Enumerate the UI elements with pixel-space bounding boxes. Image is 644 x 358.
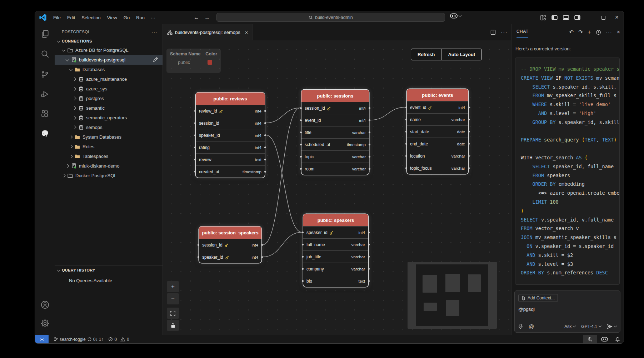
source-control-icon[interactable] <box>35 64 55 84</box>
edit-pencil-icon[interactable] <box>153 57 158 62</box>
tree-item-semops[interactable]: semops <box>55 123 163 132</box>
redo-icon[interactable]: ↷ <box>578 29 583 35</box>
undo-icon[interactable]: ↶ <box>569 29 574 35</box>
erd-column-session_id[interactable]: session_idint4 <box>301 102 369 114</box>
postgresql-extension-icon[interactable] <box>35 124 55 144</box>
zoom-out-button[interactable]: − <box>167 293 179 304</box>
tree-item-databases[interactable]: Databases <box>55 65 163 74</box>
erd-column-speaker_id[interactable]: speaker_idint4 <box>196 129 265 141</box>
erd-column-event_id[interactable]: event_idint4 <box>407 101 468 113</box>
split-editor-icon[interactable] <box>490 30 496 35</box>
erd-column-full_name[interactable]: full_namevarchar <box>303 238 368 250</box>
mode-dropdown[interactable]: Ask <box>564 324 575 329</box>
erd-column-review_id[interactable]: review_idint4 <box>196 105 265 117</box>
tree-item-mluk-diskann-demo[interactable]: mluk-diskann-demo <box>55 161 163 171</box>
toggle-secondary-sidebar-icon[interactable] <box>571 11 583 24</box>
minimap[interactable] <box>408 262 497 329</box>
close-button[interactable]: × <box>610 11 624 24</box>
copilot-menu[interactable] <box>450 13 461 19</box>
chat-more-icon[interactable]: ··· <box>606 29 612 35</box>
tree-item-system-databases[interactable]: System Databases <box>55 132 163 142</box>
menu-view[interactable]: View <box>104 14 120 21</box>
query-history-header[interactable]: QUERY HISTORY <box>55 266 163 274</box>
erd-table-reviews[interactable]: public: reviewsreview_idint4session_idin… <box>196 93 265 178</box>
tab-schema-designer[interactable]: buildevents-postgresql: semops × <box>163 24 253 40</box>
erd-table-session_speakers[interactable]: public: session_speakerssession_idint4sp… <box>199 227 261 263</box>
erd-column-speaker_id[interactable]: speaker_idint4 <box>303 226 368 238</box>
menu-selection[interactable]: Selection <box>78 14 104 21</box>
tree-item-semantic[interactable]: semantic <box>55 103 163 113</box>
more-actions-icon[interactable]: ··· <box>501 29 508 35</box>
chat-input-value[interactable]: @pgsql <box>518 307 616 312</box>
erd-column-job_title[interactable]: job_titlevarchar <box>303 250 368 263</box>
erd-column-location[interactable]: locationvarchar <box>407 150 468 162</box>
erd-column-scheduled_at[interactable]: scheduled_attimestamp <box>301 138 369 150</box>
tree-item-roles[interactable]: Roles <box>55 142 163 151</box>
menu-overflow-button[interactable]: ··· <box>148 14 158 21</box>
mention-icon[interactable]: @ <box>529 323 534 329</box>
erd-column-created_at[interactable]: created_attimestamp <box>196 165 265 178</box>
refresh-button[interactable]: Refresh <box>411 49 441 60</box>
remote-indicator[interactable]: >< <box>35 335 49 343</box>
menu-edit[interactable]: Edit <box>64 14 78 21</box>
menu-file[interactable]: File <box>50 14 64 21</box>
toggle-panel-icon[interactable] <box>560 11 571 24</box>
erd-column-review[interactable]: reviewtext <box>196 153 265 165</box>
erd-column-speaker_id[interactable]: speaker_idint4 <box>199 251 261 263</box>
erd-column-end_date[interactable]: end_datedate <box>407 138 468 150</box>
run-debug-icon[interactable] <box>35 84 55 104</box>
erd-column-title[interactable]: titlevarchar <box>301 126 369 138</box>
erd-column-rating[interactable]: ratingint4 <box>196 141 265 153</box>
erd-table-events[interactable]: public: eventsevent_idint4namevarcharsta… <box>407 89 468 174</box>
model-dropdown[interactable]: GPT-4.1 <box>581 324 601 329</box>
copilot-status-icon[interactable] <box>597 335 611 343</box>
forward-button[interactable]: → <box>204 14 210 21</box>
chat-close-icon[interactable]: × <box>617 29 620 35</box>
search-sidebar-icon[interactable] <box>35 44 55 64</box>
chat-input-box[interactable]: Add Context... @pgsql @ Ask GPT-4.1 <box>514 290 620 333</box>
tree-item-azure-sys[interactable]: azure_sys <box>55 84 163 94</box>
sidebar-more-actions-icon[interactable]: ··· <box>151 29 158 35</box>
tree-item-azure-db-for-postgresql[interactable]: Azure DB for PostgreSQL <box>55 45 163 55</box>
zoom-in-button[interactable]: + <box>167 281 179 292</box>
problems-item[interactable]: 0 0 <box>108 337 129 342</box>
tree-item-semantic-operators[interactable]: semantic_operators <box>55 113 163 123</box>
erd-column-room[interactable]: roomvarchar <box>301 163 369 175</box>
erd-column-bio[interactable]: biotext <box>303 275 368 287</box>
add-context-button[interactable]: Add Context... <box>518 294 558 302</box>
connections-section-header[interactable]: CONNECTIONS <box>55 37 163 45</box>
back-button[interactable]: ← <box>194 14 199 21</box>
erd-column-topic_focus[interactable]: topic_focusvarchar <box>407 162 468 174</box>
extensions-icon[interactable] <box>35 104 55 124</box>
erd-canvas[interactable]: Schema Name Color public Refresh Auto La… <box>163 40 511 335</box>
erd-column-session_id[interactable]: session_idint4 <box>199 239 261 251</box>
git-branch-item[interactable]: search-toggle 0↓ 1↑ <box>54 337 103 342</box>
erd-column-name[interactable]: namevarchar <box>407 113 468 125</box>
tree-item-buildevents-postgresql[interactable]: buildevents-postgresql <box>55 55 163 65</box>
command-center-search[interactable]: build-events-admin <box>216 13 445 22</box>
erd-table-speakers[interactable]: public: speakersspeaker_idint4full_namev… <box>303 214 368 287</box>
chat-code-block[interactable]: -- DROP VIEW mv_semantic_speaker_skills;… <box>515 58 620 285</box>
tree-item-postgres[interactable]: postgres <box>55 94 163 103</box>
fit-view-button[interactable] <box>167 308 179 319</box>
settings-gear-icon[interactable] <box>35 314 55 333</box>
customize-layout-icon[interactable] <box>537 11 549 24</box>
maximize-button[interactable] <box>596 11 610 24</box>
send-button[interactable] <box>607 324 616 329</box>
menu-go[interactable]: Go <box>120 14 133 21</box>
auto-layout-button[interactable]: Auto Layout <box>441 49 482 60</box>
notifications-bell-icon[interactable] <box>611 335 624 343</box>
microphone-icon[interactable] <box>518 324 523 329</box>
minimize-button[interactable]: – <box>583 11 596 24</box>
tree-item-azure-maintenance[interactable]: azure_maintenance <box>55 74 163 84</box>
erd-column-topic[interactable]: topicvarchar <box>301 150 369 163</box>
tree-item-tablespaces[interactable]: Tablespaces <box>55 151 163 161</box>
lock-button[interactable] <box>167 320 179 331</box>
erd-table-sessions[interactable]: public: sessionssession_idint4event_idin… <box>301 90 369 175</box>
chat-tab[interactable]: CHAT <box>516 29 528 35</box>
erd-column-event_id[interactable]: event_idint4 <box>301 114 369 126</box>
new-chat-icon[interactable]: + <box>588 29 591 36</box>
menu-run[interactable]: Run <box>133 14 148 21</box>
account-icon[interactable] <box>35 295 55 314</box>
history-icon[interactable] <box>596 30 601 35</box>
